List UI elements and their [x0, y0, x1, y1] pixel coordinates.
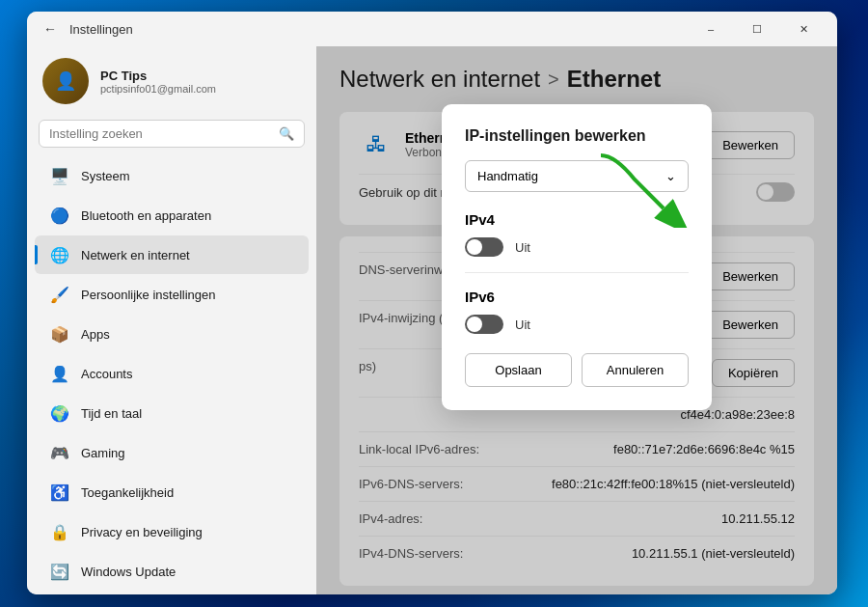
- sidebar-item-persoonlijk[interactable]: 🖌️ Persoonlijke instellingen: [35, 275, 309, 314]
- sidebar: 👤 PC Tips pctipsinfo01@gmail.com 🔍 🖥️ Sy…: [27, 46, 316, 594]
- back-button[interactable]: ←: [39, 17, 62, 41]
- sidebar-item-label: Accounts: [81, 367, 132, 381]
- sidebar-item-netwerk[interactable]: 🌐 Netwerk en internet: [35, 235, 309, 274]
- save-button[interactable]: Opslaan: [465, 353, 572, 387]
- accounts-icon: 👤: [50, 364, 69, 383]
- apps-icon: 📦: [50, 324, 69, 344]
- sidebar-item-bluetooth[interactable]: 🔵 Bluetooth en apparaten: [35, 196, 309, 235]
- titlebar-left: ← Instellingen: [39, 17, 133, 41]
- window-controls: – ☐ ✕: [689, 14, 826, 44]
- sidebar-item-label: Bluetooth en apparaten: [81, 208, 211, 223]
- privacy-icon: 🔒: [50, 522, 69, 541]
- modal-footer: Opslaan Annuleren: [465, 353, 689, 387]
- main-panel: Netwerk en internet > Ethernet 🖧 Etherne…: [316, 46, 837, 594]
- sidebar-item-label: Tijd en taal: [81, 406, 142, 421]
- window-title: Instellingen: [69, 22, 133, 37]
- gaming-icon: 🎮: [50, 443, 69, 462]
- maximize-button[interactable]: ☐: [735, 14, 779, 44]
- ip-type-dropdown[interactable]: Handmatig ⌄: [465, 160, 689, 192]
- sidebar-item-label: Privacy en beveiliging: [81, 525, 203, 539]
- minimize-button[interactable]: –: [689, 14, 733, 44]
- search-icon: 🔍: [279, 126, 294, 141]
- sidebar-item-label: Netwerk en internet: [81, 248, 190, 262]
- dropdown-value: Handmatig: [477, 169, 538, 183]
- ip-settings-modal: IP-instellingen bewerken Handmatig ⌄ IPv…: [442, 104, 712, 410]
- sidebar-item-label: Persoonlijke instellingen: [81, 288, 215, 302]
- ipv6-section-title: IPv6: [465, 289, 689, 305]
- modal-divider: [465, 272, 689, 273]
- sidebar-nav: 🖥️ Systeem 🔵 Bluetooth en apparaten 🌐 Ne…: [27, 155, 316, 592]
- close-button[interactable]: ✕: [781, 14, 826, 44]
- sidebar-item-label: Toegankelijkheid: [81, 485, 174, 500]
- chevron-down-icon: ⌄: [665, 169, 676, 183]
- persoonlijk-icon: 🖌️: [50, 285, 69, 304]
- sidebar-item-label: Apps: [81, 327, 110, 342]
- sidebar-item-label: Systeem: [81, 169, 130, 183]
- ipv4-toggle-label: Uit: [515, 240, 530, 255]
- bluetooth-icon: 🔵: [50, 206, 69, 225]
- systeem-icon: 🖥️: [50, 166, 69, 185]
- modal-title: IP-instellingen bewerken: [465, 127, 689, 145]
- sidebar-item-systeem[interactable]: 🖥️ Systeem: [35, 156, 309, 195]
- search-input[interactable]: [49, 126, 273, 141]
- netwerk-icon: 🌐: [50, 245, 69, 264]
- ipv4-toggle-row: Uit: [465, 237, 689, 257]
- ipv4-toggle[interactable]: [465, 237, 503, 257]
- sidebar-item-privacy[interactable]: 🔒 Privacy en beveiliging: [35, 512, 309, 551]
- settings-window: ← Instellingen – ☐ ✕ 👤 PC Tips pctipsinf…: [27, 12, 837, 594]
- ipv6-section: IPv6 Uit: [465, 289, 689, 334]
- update-icon: 🔄: [50, 562, 69, 581]
- avatar: 👤: [42, 58, 89, 104]
- toegankelijkheid-icon: ♿: [50, 483, 69, 502]
- sidebar-item-gaming[interactable]: 🎮 Gaming: [35, 433, 309, 472]
- ipv6-toggle-label: Uit: [515, 317, 530, 332]
- cancel-button[interactable]: Annuleren: [582, 353, 689, 387]
- user-name: PC Tips: [100, 69, 216, 83]
- titlebar: ← Instellingen – ☐ ✕: [27, 12, 837, 46]
- content-area: 👤 PC Tips pctipsinfo01@gmail.com 🔍 🖥️ Sy…: [27, 46, 837, 594]
- modal-overlay: IP-instellingen bewerken Handmatig ⌄ IPv…: [316, 46, 837, 594]
- sidebar-item-toegankelijkheid[interactable]: ♿ Toegankelijkheid: [35, 473, 309, 511]
- ipv6-toggle[interactable]: [465, 315, 503, 334]
- sidebar-item-label: Windows Update: [81, 565, 176, 579]
- ipv4-section-title: IPv4: [465, 211, 689, 228]
- user-profile: 👤 PC Tips pctipsinfo01@gmail.com: [27, 46, 316, 120]
- user-info: PC Tips pctipsinfo01@gmail.com: [100, 69, 216, 95]
- ipv6-toggle-row: Uit: [465, 315, 689, 334]
- search-box[interactable]: 🔍: [39, 120, 305, 148]
- sidebar-item-tijd[interactable]: 🌍 Tijd en taal: [35, 394, 309, 432]
- sidebar-item-apps[interactable]: 📦 Apps: [35, 315, 309, 353]
- sidebar-item-update[interactable]: 🔄 Windows Update: [35, 552, 309, 591]
- ipv4-section: IPv4 Uit: [465, 211, 689, 257]
- sidebar-item-label: Gaming: [81, 446, 125, 460]
- sidebar-item-accounts[interactable]: 👤 Accounts: [35, 354, 309, 393]
- user-email: pctipsinfo01@gmail.com: [100, 83, 216, 95]
- tijd-icon: 🌍: [50, 403, 69, 423]
